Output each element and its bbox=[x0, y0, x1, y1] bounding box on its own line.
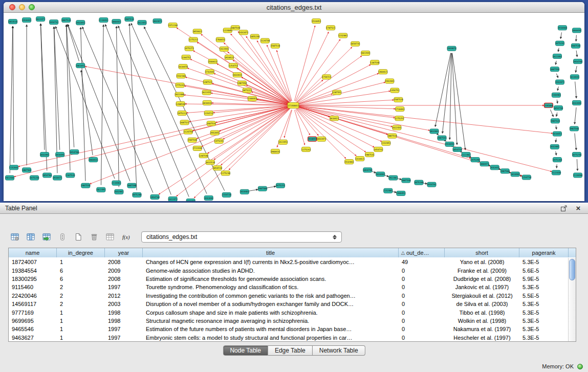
cell-pagerank[interactable]: 5.9E-5 bbox=[519, 276, 568, 282]
citation-edge-red[interactable] bbox=[187, 106, 289, 113]
table-row[interactable]: 946362711997Embryonic stem cells: a mode… bbox=[9, 334, 568, 341]
network-node[interactable]: 1918455 bbox=[308, 137, 317, 141]
network-node[interactable]: 1810491 bbox=[55, 152, 65, 157]
network-node[interactable]: 2060431 bbox=[89, 158, 98, 162]
citation-edge-red[interactable] bbox=[90, 107, 289, 184]
citation-edge-black[interactable] bbox=[577, 159, 577, 170]
network-node[interactable]: 1722430 bbox=[192, 146, 202, 150]
network-node[interactable]: 1832071 bbox=[317, 137, 326, 141]
citation-network-graph[interactable]: 1724004118530211275211147527112047511610… bbox=[4, 13, 584, 201]
network-node[interactable]: 1124730 bbox=[260, 38, 270, 43]
network-node[interactable]: 2154750 bbox=[522, 175, 532, 180]
cell-year[interactable]: 2008 bbox=[105, 276, 143, 282]
network-node[interactable]: 2075251 bbox=[276, 183, 286, 188]
citation-edge-black[interactable] bbox=[550, 110, 553, 117]
network-node[interactable]: 1254751 bbox=[229, 63, 238, 68]
network-node[interactable]: 1853510 bbox=[8, 19, 18, 24]
cell-title[interactable]: Estimation of the future numbers of pati… bbox=[143, 326, 399, 332]
cell-pagerank[interactable]: 5.3E-5 bbox=[519, 301, 568, 307]
network-node[interactable]: 2032051 bbox=[490, 165, 499, 170]
cell-name[interactable]: 14569117 bbox=[9, 301, 57, 307]
table-selector-dropdown[interactable]: citations_edges.txt bbox=[141, 231, 342, 243]
cell-out_de[interactable]: 0 bbox=[399, 335, 445, 341]
tab-edge-table[interactable]: Edge Table bbox=[268, 345, 313, 356]
cell-in_degree[interactable]: 1 bbox=[57, 335, 105, 341]
cell-name[interactable]: 18724007 bbox=[9, 259, 57, 265]
citation-edge-black[interactable] bbox=[450, 53, 452, 140]
network-node[interactable]: 1887550 bbox=[550, 67, 560, 72]
network-node[interactable]: 1832061 bbox=[429, 129, 439, 134]
citation-edge-black[interactable] bbox=[54, 27, 60, 150]
network-node[interactable]: 1175230 bbox=[221, 171, 231, 176]
network-node[interactable]: 2022491 bbox=[553, 54, 562, 58]
network-node[interactable]: 1687521 bbox=[180, 120, 189, 125]
citation-edge-black[interactable] bbox=[452, 53, 457, 145]
network-node[interactable]: 1832091 bbox=[40, 152, 50, 157]
scrollbar-thumb[interactable] bbox=[569, 259, 575, 280]
network-node[interactable]: 2110431 bbox=[99, 18, 108, 23]
network-node[interactable]: 1822491 bbox=[96, 187, 106, 192]
table-row[interactable]: 969969511998Structural magnetic resonanc… bbox=[9, 317, 568, 325]
network-node[interactable]: 1754721 bbox=[322, 75, 332, 79]
network-node[interactable]: 2122461 bbox=[461, 152, 471, 157]
citation-edge-black[interactable] bbox=[576, 35, 577, 41]
citation-edge-black[interactable] bbox=[82, 27, 153, 193]
cell-title[interactable]: Estimation of significance thresholds fo… bbox=[143, 276, 399, 282]
citation-edge-black[interactable] bbox=[442, 53, 451, 134]
table-settings-icon[interactable] bbox=[8, 231, 21, 243]
column-header-in_degree[interactable]: in_degree bbox=[57, 248, 105, 257]
cell-pagerank[interactable]: 5.3E-5 bbox=[519, 310, 568, 316]
network-node[interactable]: 1775231 bbox=[175, 83, 185, 87]
citation-edge-black[interactable] bbox=[105, 25, 171, 195]
citation-edge-black[interactable] bbox=[41, 24, 47, 170]
table-row[interactable]: 911546021997Tourette syndrome. Phenomeno… bbox=[9, 283, 568, 291]
citation-edge-black[interactable] bbox=[40, 24, 44, 150]
network-node[interactable]: 1875260 bbox=[414, 180, 424, 185]
cell-year[interactable]: 1997 bbox=[105, 284, 143, 290]
citation-edge-black[interactable] bbox=[249, 189, 258, 191]
citation-edge-red[interactable] bbox=[298, 94, 333, 104]
network-canvas[interactable]: 1724004118530211275211147527112047511610… bbox=[4, 13, 584, 201]
network-node[interactable]: 1187530 bbox=[370, 60, 380, 65]
table-row[interactable]: 946554611997Estimation of the future num… bbox=[9, 325, 568, 333]
cell-title[interactable]: Structural magnetic resonance image aver… bbox=[143, 318, 399, 324]
network-node[interactable]: 1787521 bbox=[326, 26, 336, 30]
network-node[interactable]: 1432071 bbox=[239, 30, 249, 35]
citation-edge-black[interactable] bbox=[575, 107, 576, 124]
cell-title[interactable]: Embryonic stem cells: a model to study s… bbox=[143, 335, 399, 341]
network-node[interactable]: 1987580 bbox=[258, 186, 268, 191]
network-node[interactable]: 1587530 bbox=[187, 138, 197, 142]
cell-out_de[interactable]: 0 bbox=[399, 318, 445, 324]
table-row[interactable]: 1872400712008Changes of HCN gene express… bbox=[9, 258, 568, 266]
citation-edge-black[interactable] bbox=[267, 186, 276, 188]
network-node[interactable]: 2087541 bbox=[437, 136, 447, 140]
cell-short[interactable]: Tibbo et al. (1998) bbox=[445, 310, 519, 316]
citation-edge-black[interactable] bbox=[438, 134, 438, 135]
network-node[interactable]: 1932051 bbox=[76, 20, 85, 25]
network-node[interactable]: 1987540 bbox=[570, 126, 579, 131]
network-node[interactable]: 1287540 bbox=[199, 153, 208, 158]
column-header-year[interactable]: year bbox=[105, 248, 143, 257]
citation-edge-red[interactable] bbox=[297, 108, 366, 152]
network-node[interactable]: 1160441 bbox=[248, 96, 257, 101]
network-node[interactable]: 1855230 bbox=[250, 34, 260, 39]
column-header-out_de[interactable]: △out_de… bbox=[399, 248, 445, 257]
citation-edge-black[interactable] bbox=[557, 86, 558, 91]
network-node[interactable]: 1460421 bbox=[378, 70, 388, 74]
citation-edge-black[interactable] bbox=[556, 125, 556, 129]
network-node[interactable]: 1875250 bbox=[572, 152, 582, 157]
cell-out_de[interactable]: 0 bbox=[399, 284, 445, 290]
cell-pagerank[interactable]: 5.3E-5 bbox=[519, 326, 568, 332]
cell-name[interactable]: 9463627 bbox=[9, 335, 57, 341]
cell-in_degree[interactable]: 1 bbox=[57, 318, 105, 324]
citation-edge-black[interactable] bbox=[452, 53, 466, 150]
network-node[interactable]: 1910441 bbox=[22, 18, 32, 23]
window-titlebar[interactable]: citations_edges.txt bbox=[4, 2, 584, 13]
cell-in_degree[interactable]: 2 bbox=[57, 284, 105, 290]
network-node[interactable]: 1860491 bbox=[572, 28, 582, 33]
network-node[interactable]: 1475271 bbox=[184, 46, 194, 51]
citation-edge-black[interactable] bbox=[68, 25, 130, 182]
citation-edge-black[interactable] bbox=[560, 32, 561, 38]
network-node[interactable]: 1632031 bbox=[233, 73, 243, 77]
network-node[interactable]: 1354751 bbox=[390, 88, 400, 93]
